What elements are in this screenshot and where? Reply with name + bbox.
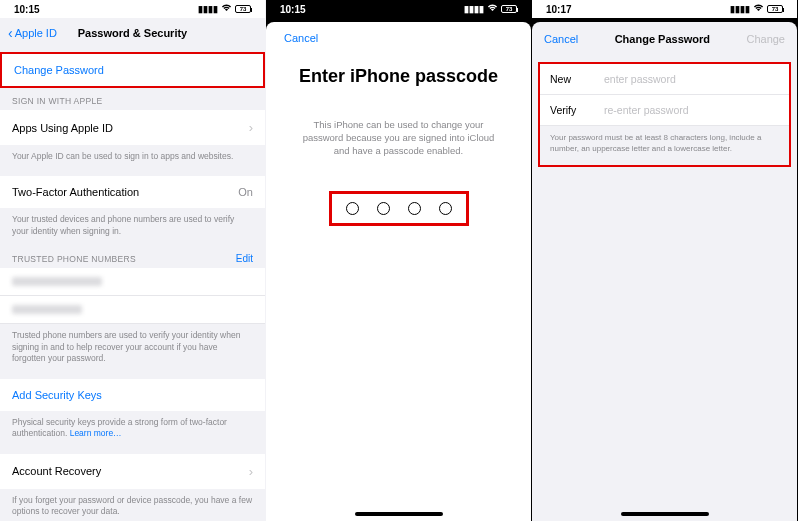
status-right: ▮▮▮▮ 73 — [464, 4, 517, 14]
passcode-input[interactable] — [329, 191, 469, 226]
verify-password-input[interactable] — [604, 104, 779, 116]
change-password-row[interactable]: Change Password — [2, 54, 263, 86]
status-time: 10:15 — [14, 4, 40, 15]
tfa-footer: Your trusted devices and phone numbers a… — [0, 208, 265, 245]
wifi-icon — [487, 4, 498, 14]
cellular-icon: ▮▮▮▮ — [464, 4, 484, 14]
passcode-description: This iPhone can be used to change your p… — [284, 119, 513, 157]
add-keys-label: Add Security Keys — [12, 389, 102, 401]
passcode-sheet: Cancel Enter iPhone passcode This iPhone… — [266, 22, 531, 521]
change-password-label: Change Password — [14, 64, 104, 76]
battery-icon: 73 — [235, 5, 251, 13]
chevron-right-icon: › — [249, 120, 253, 135]
nav-bar: ‹ Apple ID Password & Security — [0, 18, 265, 48]
status-time: 10:17 — [546, 4, 572, 15]
chevron-left-icon: ‹ — [8, 26, 13, 40]
recovery-footer: If you forget your password or device pa… — [0, 489, 265, 521]
status-right: ▮▮▮▮ 73 — [730, 4, 783, 14]
verify-label: Verify — [550, 104, 604, 116]
trusted-number-row[interactable] — [0, 296, 265, 324]
apps-using-appleid-row[interactable]: Apps Using Apple ID › — [0, 110, 265, 145]
apps-footer: Your Apple ID can be used to sign in to … — [0, 145, 265, 170]
change-password-sheet: Cancel Change Password Change New Verify… — [532, 22, 797, 521]
tfa-value: On — [238, 186, 253, 198]
cellular-icon: ▮▮▮▮ — [730, 4, 750, 14]
wifi-icon — [753, 4, 764, 14]
screen-enter-passcode: 10:15 ▮▮▮▮ 73 Cancel Enter iPhone passco… — [266, 0, 532, 521]
back-label: Apple ID — [15, 27, 57, 39]
trusted-footer: Trusted phone numbers are used to verify… — [0, 324, 265, 372]
edit-button[interactable]: Edit — [236, 253, 253, 264]
new-label: New — [550, 73, 604, 85]
status-bar: 10:15 ▮▮▮▮ 73 — [266, 0, 531, 18]
battery-icon: 73 — [501, 5, 517, 13]
passcode-dot — [439, 202, 452, 215]
sheet-title: Change Password — [615, 33, 710, 45]
cellular-icon: ▮▮▮▮ — [198, 4, 218, 14]
redacted-text — [12, 305, 82, 314]
trusted-number-row[interactable] — [0, 268, 265, 296]
battery-icon: 73 — [767, 5, 783, 13]
trusted-header: Trusted Phone Numbers Edit — [0, 245, 265, 268]
password-hint: Your password must be at least 8 charact… — [540, 126, 789, 165]
account-recovery-row[interactable]: Account Recovery › — [0, 454, 265, 489]
home-indicator[interactable] — [621, 512, 709, 516]
screen-password-security: 10:15 ▮▮▮▮ 73 ‹ Apple ID Password & Secu… — [0, 0, 266, 521]
new-password-input[interactable] — [604, 73, 779, 85]
redacted-text — [12, 277, 102, 286]
cancel-button[interactable]: Cancel — [544, 33, 578, 45]
tfa-label: Two-Factor Authentication — [12, 186, 139, 198]
passcode-dot — [377, 202, 390, 215]
chevron-right-icon: › — [249, 464, 253, 479]
sheet-nav: Cancel Change Password Change — [532, 22, 797, 56]
back-button[interactable]: ‹ Apple ID — [8, 26, 57, 40]
status-right: ▮▮▮▮ 73 — [198, 4, 251, 14]
cancel-button[interactable]: Cancel — [284, 32, 513, 44]
wifi-icon — [221, 4, 232, 14]
passcode-dot — [408, 202, 421, 215]
screen-change-password: 10:17 ▮▮▮▮ 73 Cancel Change Password Cha… — [532, 0, 798, 521]
new-password-row[interactable]: New — [540, 64, 789, 95]
settings-list: Change Password Sign in with Apple Apps … — [0, 48, 265, 521]
account-recovery-label: Account Recovery — [12, 465, 101, 477]
learn-more-link[interactable]: Learn more… — [70, 428, 122, 438]
apps-using-label: Apps Using Apple ID — [12, 122, 113, 134]
passcode-dot — [346, 202, 359, 215]
keys-footer: Physical security keys provide a strong … — [0, 411, 265, 448]
add-security-keys-row[interactable]: Add Security Keys — [0, 379, 265, 411]
verify-password-row[interactable]: Verify — [540, 95, 789, 126]
signin-header: Sign in with Apple — [0, 88, 265, 110]
status-bar: 10:17 ▮▮▮▮ 73 — [532, 0, 797, 18]
change-button-disabled: Change — [746, 33, 785, 45]
status-bar: 10:15 ▮▮▮▮ 73 — [0, 0, 265, 18]
passcode-title: Enter iPhone passcode — [284, 66, 513, 87]
home-indicator[interactable] — [355, 512, 443, 516]
status-time: 10:15 — [280, 4, 306, 15]
password-form: New Verify Your password must be at leas… — [538, 62, 791, 167]
two-factor-row[interactable]: Two-Factor Authentication On — [0, 176, 265, 208]
